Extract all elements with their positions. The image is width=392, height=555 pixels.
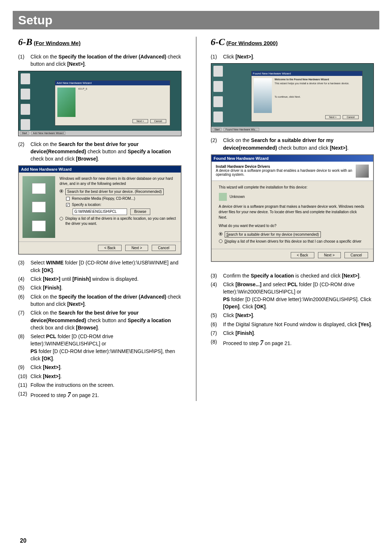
radio-icon xyxy=(60,189,63,193)
radio-search-suitable[interactable]: Search for a suitable driver for my devi… xyxy=(219,231,366,238)
radio-display-known[interactable]: Display a list of the known drivers for … xyxy=(219,239,366,244)
section-title: (For Windows 2000) xyxy=(226,40,278,46)
step-number: (9) xyxy=(18,364,30,371)
step-4: (4)Click [Browse...] and select PCL fold… xyxy=(211,281,374,310)
screenshot-2k-1: Found New Hardware Wizard Welcome to the… xyxy=(211,63,374,132)
path-dropdown[interactable]: G:\WINME\ENGLISH\PCL xyxy=(73,208,127,215)
radio-icon xyxy=(60,217,63,220)
step-number: (7) xyxy=(18,309,30,331)
radio-icon xyxy=(219,239,222,243)
dialog-text: KX-P_6 xyxy=(78,88,87,117)
left-column: 6-B (For Windows Me) (1) Click on the Sp… xyxy=(18,37,181,401)
step-body: Click on the Search for the best drive f… xyxy=(30,141,181,163)
cancel-button[interactable]: Cancel xyxy=(343,115,359,119)
step-1: (1) Click on the Specify the location of… xyxy=(18,53,181,68)
wizard-text: What do you want the wizard to do? xyxy=(219,223,366,228)
start-button[interactable]: Start xyxy=(213,128,222,131)
step-number: (2) xyxy=(211,137,223,151)
taskbar: Start Found New Hardware Wiz... xyxy=(211,127,374,132)
step-12: (12)Proceed to step 7 on page 21. xyxy=(18,390,181,400)
step-5: (5)Click [Finish]. xyxy=(18,284,181,291)
step-number: (6) xyxy=(18,293,30,308)
step-number: (10) xyxy=(18,373,30,380)
desktop-icon xyxy=(21,73,30,84)
step-7: (7)Click [Finish]. xyxy=(211,329,374,337)
device-icon xyxy=(219,193,227,201)
desktop-icon xyxy=(21,89,30,100)
radio-display-list[interactable]: Display a list of all the drivers in a s… xyxy=(60,216,177,226)
taskbar-item[interactable]: Found New Hardware Wiz... xyxy=(224,128,259,131)
column-divider xyxy=(196,37,196,401)
taskbar-item[interactable]: Add New Hardware Wizard xyxy=(31,131,65,135)
screenshot-me-2: Add New Hardware Wizard Windows will sea… xyxy=(18,165,181,255)
desktop-icon xyxy=(213,112,223,122)
wizard-intro: Windows will search for new drivers in i… xyxy=(60,176,177,186)
step-number: (6) xyxy=(211,321,223,328)
check-removable[interactable]: Removable Media (Floppy, CD-ROM...) xyxy=(66,196,177,201)
section-number: 6-C xyxy=(211,37,225,47)
step-1: (1) Click [Next>]. xyxy=(211,53,374,60)
desktop-icon xyxy=(213,81,223,92)
desktop-icon xyxy=(21,104,30,115)
next-button[interactable]: Next > xyxy=(325,115,340,119)
wizard-title: Add New Hardware Wizard xyxy=(19,166,181,173)
dialog-found-hardware: Found New Hardware Wizard Welcome to the… xyxy=(251,71,363,122)
wizard-graphic xyxy=(23,176,55,238)
step-9: (9)Click [Next>]. xyxy=(18,364,181,371)
step-number: (11) xyxy=(18,381,30,389)
checkbox-icon xyxy=(66,203,70,207)
browse-button[interactable]: Browse xyxy=(130,208,150,215)
step-number: (4) xyxy=(211,281,223,310)
step-3: (3)Confirm the Specify a location is che… xyxy=(211,272,374,279)
step-11: (11)Follow the instructions on the scree… xyxy=(18,381,181,389)
step-8: (8)Select PCL folder [D (CD-ROM drive le… xyxy=(18,333,181,362)
check-specify-location[interactable]: Specify a location: xyxy=(66,202,177,207)
page-number: 20 xyxy=(20,538,26,544)
step-number: (7) xyxy=(211,329,223,337)
section-heading-6b: 6-B (For Windows Me) xyxy=(18,37,181,48)
wizard-text: A device driver is a software program th… xyxy=(219,204,366,220)
radio-search-best[interactable]: Search for the best driver for your devi… xyxy=(60,189,177,195)
radio-icon xyxy=(219,232,222,236)
cancel-button[interactable]: Cancel xyxy=(150,119,166,123)
right-column: 6-C (For Windows 2000) (1) Click [Next>]… xyxy=(211,37,374,401)
step-8: (8)Proceed to step 7 on page 21. xyxy=(211,338,374,348)
step-2: (2) Click on the Search for a suitable d… xyxy=(211,137,374,151)
step-5: (5)Click [Next>]. xyxy=(211,312,374,319)
step-4: (4)Click [Next>] until [Finish] window i… xyxy=(18,275,181,283)
desktop-icon xyxy=(213,96,223,107)
step-body: Click on the Specify the location of the… xyxy=(30,53,181,68)
dialog-graphic xyxy=(57,88,75,117)
next-button[interactable]: Next > xyxy=(125,245,148,251)
back-button[interactable]: < Back xyxy=(98,245,122,251)
taskbar: Start Add New Hardware Wizard xyxy=(19,131,181,136)
cancel-button[interactable]: Cancel xyxy=(344,252,368,258)
wizard-icon xyxy=(356,165,369,178)
path-row: G:\WINME\ENGLISH\PCL Browse xyxy=(73,208,177,215)
next-button[interactable]: Next > xyxy=(132,119,148,123)
cancel-button[interactable]: Cancel xyxy=(152,245,175,251)
checkbox-icon xyxy=(66,197,70,200)
step-7: (7)Click on the Search for the best driv… xyxy=(18,309,181,331)
title-bar: Setup xyxy=(13,11,379,29)
step-number: (3) xyxy=(18,259,30,274)
page-title: Setup xyxy=(18,13,374,27)
back-button[interactable]: < Back xyxy=(291,252,314,258)
desktop-icon xyxy=(213,66,223,77)
step-number: (2) xyxy=(18,141,30,163)
step-number: (1) xyxy=(18,53,30,68)
step-number: (12) xyxy=(18,390,30,400)
wizard-text: This wizard will complete the installati… xyxy=(219,185,366,190)
step-6: (6)If the Digital Signature Not Found wi… xyxy=(211,321,374,328)
dialog-text: Welcome to the Found New Hardware Wizard… xyxy=(275,78,350,113)
step-number: (8) xyxy=(18,333,30,362)
step-2: (2) Click on the Search for the best dri… xyxy=(18,141,181,163)
start-button[interactable]: Start xyxy=(20,131,29,135)
step-number: (1) xyxy=(211,53,223,60)
step-number: (3) xyxy=(211,272,223,279)
next-button[interactable]: Next > xyxy=(318,252,341,258)
device-row: Unknown xyxy=(219,193,366,201)
dialog-add-hardware: Add New Hardware Wizard KX-P_6 Next > Ca… xyxy=(55,80,170,126)
step-10: (10)Click [Next>]. xyxy=(18,373,181,380)
section-title: (For Windows Me) xyxy=(34,40,81,46)
